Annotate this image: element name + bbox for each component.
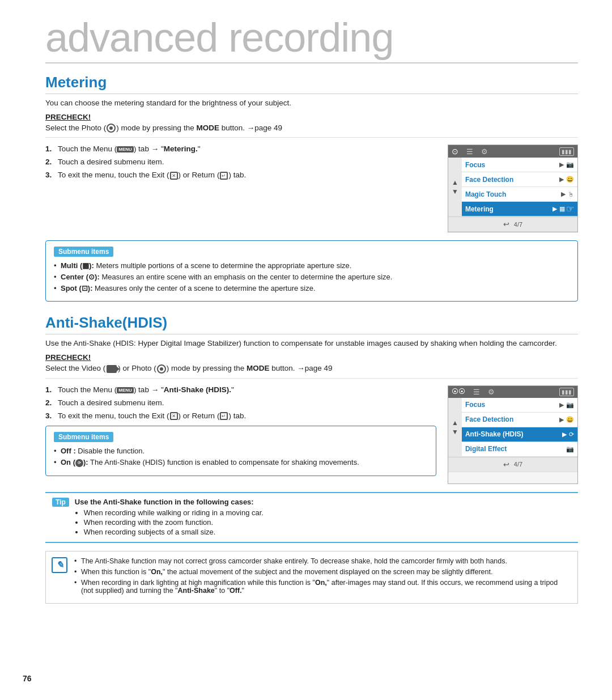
chevron-down-icon2[interactable]: ▼ bbox=[452, 428, 458, 436]
menu-topbar: ⊙ ☰ ⚙ ▮▮▮ bbox=[448, 145, 577, 158]
menu-bars-icon2: ☰ bbox=[473, 388, 480, 396]
gear-icon2: ⚙ bbox=[488, 388, 495, 396]
antishake-menu-row-digital-effect: Digital Effect 📷 bbox=[462, 442, 577, 457]
video-mode-icon bbox=[107, 365, 117, 373]
antishake-menu-topbar: ⦿⦿ ☰ ⚙ ▮▮▮ bbox=[448, 386, 577, 398]
menu-nav-row: ↩ 4/7 bbox=[448, 217, 577, 232]
photo-mode-icon bbox=[107, 124, 116, 133]
tip-item-3: When recording subjects of a small size. bbox=[84, 528, 264, 536]
note-item-1: The Anti-Shake function may not correct … bbox=[74, 557, 570, 565]
photo-mode-icon2 bbox=[157, 364, 166, 374]
antishake-title: Anti-Shake(HDIS) bbox=[45, 314, 578, 334]
antishake-menu-row-face-detection: Face Detection ▶ 😀 bbox=[462, 413, 577, 427]
antishake-menu-row-focus: Focus ▶ 📷 bbox=[462, 398, 577, 413]
battery-icon2: ▮▮▮ bbox=[559, 388, 574, 396]
metering-step-3: 3. To exit the menu, touch the Exit (✕) … bbox=[45, 171, 436, 179]
metering-precheck-text: Select the Photo () mode by pressing the… bbox=[45, 124, 578, 138]
antishake-submenu-item-2: On (⟳): The Anti-Shake (HDIS) function i… bbox=[54, 458, 428, 467]
antishake-step-1: 1. Touch the Menu (MENU) tab → "Anti-Sha… bbox=[45, 385, 436, 394]
menu-row-magic-touch: Magic Touch ▶ 🖱 bbox=[462, 187, 577, 202]
metering-submenu-item-3: Spot (⊡): Measures only the center of a … bbox=[54, 284, 570, 292]
antishake-step-3: 3. To exit the menu, touch the Exit (✕) … bbox=[45, 411, 436, 420]
metering-step-1: 1. Touch the Menu (MENU) tab → "Metering… bbox=[45, 145, 436, 153]
note-item-3: When recording in dark lighting at high … bbox=[74, 579, 570, 595]
antishake-nav-counter: 4/7 bbox=[514, 461, 522, 468]
metering-title: Metering bbox=[45, 74, 578, 94]
back-icon2: ↩ bbox=[503, 460, 509, 469]
menu-row-focus: Focus ▶ 📷 bbox=[462, 158, 577, 172]
antishake-step-2: 2. Touch a desired submenu item. bbox=[45, 398, 436, 407]
metering-submenu-box: Submenu items Multi (▦): Meters multiple… bbox=[45, 240, 578, 302]
chevron-up-icon[interactable]: ▲ bbox=[452, 179, 458, 186]
note-item-2: When this function is "On," the actual m… bbox=[74, 568, 570, 576]
metering-description: You can choose the metering standard for… bbox=[45, 99, 578, 107]
antishake-ui-panel: ⦿⦿ ☰ ⚙ ▮▮▮ ▲ ▼ Focus ▶ 📷 Face Det bbox=[448, 385, 578, 484]
tip-item-2: When recording with the zoom function. bbox=[84, 518, 264, 527]
menu-bars-icon: ☰ bbox=[466, 147, 473, 156]
metering-section: Metering You can choose the metering sta… bbox=[45, 74, 578, 302]
antishake-submenu-box: Submenu items Off : Disable the function… bbox=[45, 426, 436, 476]
note-box: ✎ The Anti-Shake function may not correc… bbox=[45, 551, 578, 604]
photo-mode-topbar-icon: ⊙ bbox=[452, 147, 458, 156]
note-icon: ✎ bbox=[52, 557, 67, 573]
page-title: advanced recording bbox=[45, 17, 578, 63]
menu-row-face-detection: Face Detection ▶ 😀 bbox=[462, 172, 577, 187]
chevron-down-icon[interactable]: ▼ bbox=[452, 188, 458, 196]
page-number: 76 bbox=[23, 674, 32, 683]
tip-label: Tip bbox=[52, 498, 69, 507]
metering-submenu-item-1: Multi (▦): Meters multiple portions of a… bbox=[54, 261, 570, 270]
antishake-nav-row: ↩ 4/7 bbox=[448, 457, 577, 472]
metering-precheck-label: PRECHECK! bbox=[45, 113, 578, 121]
tip-box: Tip Use the Anti-Shake function in the f… bbox=[45, 492, 578, 543]
antishake-submenu-item-1: Off : Disable the function. bbox=[54, 447, 428, 455]
antishake-description: Use the Anti-Shake (HDIS: Hyper Digital … bbox=[45, 339, 578, 347]
battery-icon: ▮▮▮ bbox=[559, 147, 574, 156]
nav-counter: 4/7 bbox=[514, 221, 522, 228]
antishake-steps: 1. Touch the Menu (MENU) tab → "Anti-Sha… bbox=[45, 385, 436, 484]
metering-ui-panel: ⊙ ☰ ⚙ ▮▮▮ ▲ ▼ Focus ▶ 📷 Face Dete bbox=[448, 145, 578, 232]
tip-content: Use the Anti-Shake function in the follo… bbox=[75, 498, 264, 537]
menu-row-metering: Metering ▶ ▦ ☞ bbox=[462, 202, 577, 217]
tip-item-1: When recording while walking or riding i… bbox=[84, 508, 264, 517]
antishake-submenu-label: Submenu items bbox=[54, 432, 113, 442]
antishake-menu-row-antishake: Anti-Shake (HDIS) ▶ ⟳ bbox=[462, 427, 577, 442]
chevron-up-icon2[interactable]: ▲ bbox=[452, 419, 458, 427]
antishake-precheck-text: Select the Video () or Photo () mode by … bbox=[45, 364, 578, 378]
video-mode-topbar-icon: ⦿⦿ bbox=[452, 388, 465, 396]
antishake-precheck-label: PRECHECK! bbox=[45, 353, 578, 362]
metering-steps: 1. Touch the Menu (MENU) tab → "Metering… bbox=[45, 145, 436, 232]
back-icon: ↩ bbox=[503, 220, 509, 228]
metering-step-2: 2. Touch a desired submenu item. bbox=[45, 158, 436, 166]
submenu-items-label: Submenu items bbox=[54, 247, 113, 257]
metering-submenu-item-2: Center (⊙): Measures an entire scene wit… bbox=[54, 273, 570, 281]
gear-icon: ⚙ bbox=[481, 147, 488, 156]
antishake-section: Anti-Shake(HDIS) Use the Anti-Shake (HDI… bbox=[45, 314, 578, 603]
